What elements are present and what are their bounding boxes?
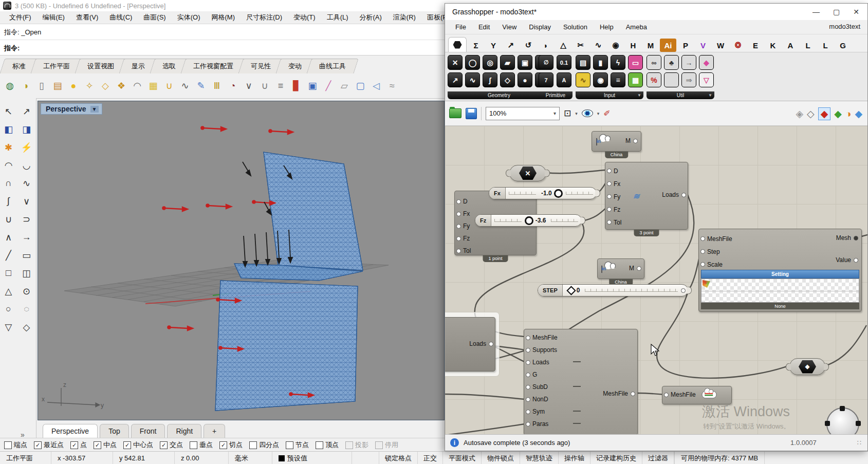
rhino-toolbar-icon[interactable]: ◁: [370, 79, 383, 92]
rhino-toolbar-icon[interactable]: Ⅲ: [210, 79, 224, 92]
gh-component-icon[interactable]: ↗: [448, 72, 463, 87]
rhino-sidebar-tool-icon[interactable]: ∩: [1, 175, 16, 191]
rhino-menu-item[interactable]: 曲线(C): [104, 12, 137, 23]
rhino-toolbar-icon[interactable]: ∿: [178, 79, 192, 92]
preview-mode-gem-icon[interactable]: ◑: [845, 109, 851, 119]
gh-category-tab[interactable]: V: [695, 39, 711, 52]
rhino-sidebar-tool-icon[interactable]: ∨: [19, 193, 34, 209]
osnap-toggle[interactable]: 切点: [219, 440, 243, 450]
gh-component-icon[interactable]: ∞: [647, 55, 661, 70]
node-gem-param[interactable]: ◆: [789, 358, 825, 375]
rhino-menu-item[interactable]: 文件(F): [4, 12, 36, 23]
gh-category-tab[interactable]: ◉: [607, 39, 624, 52]
close-button[interactable]: ✕: [853, 8, 859, 16]
rhino-sidebar-tool-icon[interactable]: ◠: [1, 157, 16, 173]
rhino-sidebar-tool-icon[interactable]: ◡: [19, 157, 34, 173]
node-china-2[interactable]: in M China: [597, 258, 644, 279]
gh-category-tab[interactable]: M: [642, 39, 659, 52]
viewport-dropdown-icon[interactable]: ▼: [90, 106, 99, 113]
gh-category-tab[interactable]: H: [625, 39, 641, 52]
gh-menu-item[interactable]: Help: [595, 22, 619, 32]
rhino-sidebar-tool-icon[interactable]: ⊃: [19, 211, 34, 227]
preview-mode-gem-icon[interactable]: ◈: [796, 109, 803, 119]
rhino-sidebar-tool-icon[interactable]: ◨: [19, 121, 34, 137]
status-toggle[interactable]: 操作轴: [559, 452, 590, 464]
input-port[interactable]: [526, 336, 530, 340]
gh-tab-params[interactable]: [448, 37, 467, 52]
node-ameba-input[interactable]: MeshFileSupportsLoadsGSubDNonDSymParas →…: [524, 329, 638, 434]
gh-category-tab[interactable]: ↗: [503, 39, 519, 52]
input-port[interactable]: [526, 410, 530, 414]
rhino-toolbar-icon[interactable]: ▊: [290, 79, 303, 92]
rhino-sidebar-tool-icon[interactable]: ∿: [19, 175, 34, 191]
viewport-title[interactable]: Perspective▼: [41, 103, 102, 115]
status-toggle[interactable]: 锁定格点: [379, 452, 418, 464]
rhino-sidebar-tool-icon[interactable]: ╱: [1, 247, 16, 263]
rhino-toolbar-tab[interactable]: 工作视窗配置: [183, 58, 244, 74]
zoom-select[interactable]: 100%▾: [486, 107, 560, 120]
input-port[interactable]: [607, 181, 612, 186]
preview-mode-gem-icon[interactable]: ◇: [807, 109, 815, 119]
preview-eye-icon[interactable]: [582, 109, 593, 117]
rhino-sidebar-tool-icon[interactable]: □: [1, 265, 16, 281]
rhino-sidebar-tool-icon[interactable]: ◫: [19, 265, 34, 281]
output-port[interactable]: [489, 342, 493, 346]
units-cell[interactable]: 毫米: [229, 452, 272, 464]
rhino-menu-item[interactable]: 变动(T): [288, 12, 321, 23]
gh-category-tab[interactable]: Σ: [468, 39, 484, 52]
osnap-toggle[interactable]: 中点: [94, 440, 117, 450]
gh-category-tab[interactable]: A: [782, 39, 799, 52]
open-file-icon[interactable]: [449, 108, 461, 118]
rhino-toolbar-icon[interactable]: ▤: [51, 79, 64, 92]
rhino-sidebar-tool-icon[interactable]: ◌: [19, 301, 34, 317]
slider-step[interactable]: STEP 0: [538, 284, 688, 296]
gh-category-tab[interactable]: ✂: [572, 39, 589, 52]
gh-menu-item[interactable]: Solution: [558, 22, 593, 32]
output-port[interactable]: [681, 288, 686, 293]
input-port[interactable]: [526, 397, 530, 402]
rhino-toolbar-icon[interactable]: ❖: [115, 79, 128, 92]
gh-component-icon[interactable]: ▽: [699, 72, 714, 87]
gh-component-icon[interactable]: ●: [518, 72, 532, 87]
gh-component-icon[interactable]: ∿: [465, 72, 480, 87]
rhino-toolbar-icon[interactable]: ≡: [274, 79, 287, 92]
output-port[interactable]: [633, 139, 638, 143]
rhino-sidebar-tool-icon[interactable]: ∧: [1, 229, 16, 245]
osnap-toggle[interactable]: 投影: [345, 440, 368, 450]
input-port[interactable]: [607, 169, 612, 173]
slider-knob[interactable]: [525, 216, 533, 225]
gh-category-tab[interactable]: L: [817, 39, 834, 52]
gh-menu-item[interactable]: View: [497, 22, 522, 32]
gh-title-bar[interactable]: Grasshopper - modo3text* — ▢ ✕: [445, 4, 867, 20]
node-3-point[interactable]: DFxFyFzTol ≋ Loads 3 point: [605, 162, 688, 230]
gh-component-icon[interactable]: ∫: [483, 72, 497, 87]
status-toggle[interactable]: 正交: [418, 452, 443, 464]
gh-component-icon[interactable]: ▣: [518, 55, 532, 70]
slider-fz[interactable]: Fz -3.6: [475, 214, 582, 227]
input-port[interactable]: [456, 224, 461, 229]
rhino-menu-item[interactable]: 分析(A): [355, 12, 387, 23]
osnap-toggle[interactable]: 四分点: [249, 440, 279, 450]
setting-bar[interactable]: Setting: [701, 270, 859, 279]
rhino-toolbar-tab[interactable]: 设置视图: [77, 58, 124, 74]
gh-canvas[interactable]: 激活 Windows 转到"设置"以激活 Windows。: [445, 126, 867, 434]
input-port[interactable]: [526, 373, 530, 377]
gh-category-tab[interactable]: G: [835, 39, 851, 52]
status-toggle[interactable]: 智慧轨迹: [520, 452, 559, 464]
viewport-tab[interactable]: Front: [131, 424, 165, 438]
gh-component-icon[interactable]: %: [647, 72, 661, 87]
status-toggle[interactable]: 物件锁点: [482, 452, 520, 464]
input-port[interactable]: [456, 212, 461, 216]
input-port[interactable]: [664, 393, 669, 397]
input-port[interactable]: [526, 360, 530, 365]
gh-component-icon[interactable]: ✕: [448, 55, 463, 70]
input-port[interactable]: [607, 207, 612, 212]
gh-component-icon[interactable]: ◯: [465, 55, 480, 70]
gh-category-tab[interactable]: L: [800, 39, 816, 52]
rhino-sidebar-tool-icon[interactable]: ∫: [1, 193, 16, 209]
input-port[interactable]: [607, 220, 612, 225]
gh-component-icon[interactable]: A: [557, 72, 571, 87]
rhino-toolbar-icon[interactable]: ╱: [322, 79, 335, 92]
gh-component-icon[interactable]: ♣: [664, 55, 679, 70]
rhino-sidebar-tool-icon[interactable]: →: [19, 229, 34, 245]
